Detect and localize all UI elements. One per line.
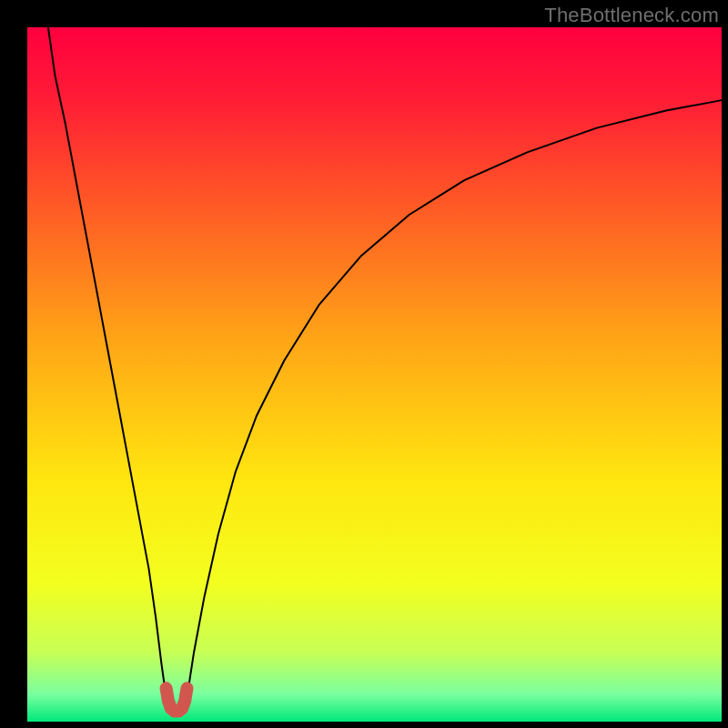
- plot-background: [27, 27, 722, 722]
- chart-container: TheBottleneck.com: [0, 0, 728, 728]
- bottleneck-curve-chart: [0, 0, 728, 728]
- attribution-label: TheBottleneck.com: [544, 4, 719, 27]
